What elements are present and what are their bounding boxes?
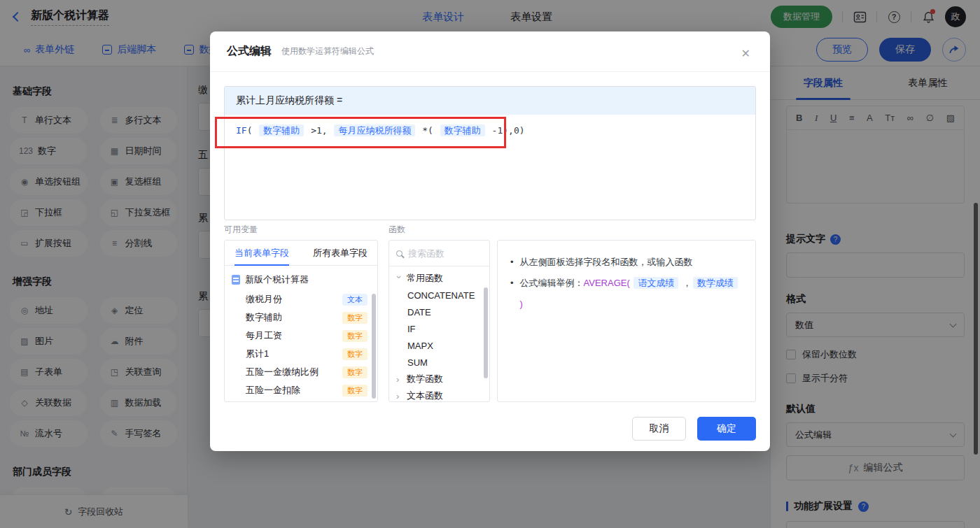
function-group-label: 文本函数 <box>407 390 443 402</box>
form-doc-icon <box>232 275 240 285</box>
formula-target-label: 累计上月应纳税所得额 = <box>225 87 755 115</box>
variable-type-badge: 数字 <box>342 385 368 397</box>
formula-text: *( <box>416 125 438 136</box>
function-item-concatenate[interactable]: CONCATENATE <box>389 287 489 304</box>
formula-text: ( <box>247 125 258 136</box>
scrollbar-thumb[interactable] <box>484 287 488 378</box>
functions-label: 函数 <box>388 224 405 236</box>
function-item-sum[interactable]: SUM <box>389 354 489 371</box>
variable-type-badge: 数字 <box>342 348 368 360</box>
formula-expression[interactable]: IF( 数字辅助 >1, 每月应纳税所得额 *( 数字辅助 -1),0) <box>225 115 755 147</box>
confirm-button[interactable]: 确定 <box>697 417 756 441</box>
function-search-input[interactable] <box>408 248 471 259</box>
formula-text: 公式编辑举例： <box>520 278 584 288</box>
variable-type-badge: 数字 <box>342 330 368 342</box>
variable-name: 缴税月份 <box>246 293 282 306</box>
variables-label: 可用变量 <box>224 224 258 236</box>
field-token: 数学成绩 <box>693 277 738 289</box>
variable-name: 数字辅助 <box>246 311 282 324</box>
variable-row[interactable]: 数字辅助数字 <box>225 308 377 327</box>
tab-all-form-fields[interactable]: 所有表单字段 <box>313 241 368 265</box>
variable-type-badge: 文本 <box>342 294 368 306</box>
function-group-label: 数学函数 <box>407 373 443 385</box>
tip-example: 公式编辑举例：AVERAGE( 语文成绩 ，数学成绩 ) <box>520 273 743 315</box>
formula-input-box: 累计上月应纳税所得额 = IF( 数字辅助 >1, 每月应纳税所得额 *( 数字… <box>224 86 756 220</box>
function-item-date[interactable]: DATE <box>389 304 489 320</box>
variable-type-badge: 数字 <box>342 312 368 324</box>
close-icon[interactable]: ✕ <box>741 47 750 60</box>
variables-tree-root[interactable]: 新版个税计算器 <box>225 269 377 290</box>
field-token: 语文成绩 <box>634 277 678 289</box>
modal-title: 公式编辑 <box>227 44 272 59</box>
formula-text: -1),0) <box>486 125 525 136</box>
variables-panel: 当前表单字段 所有表单字段 新版个税计算器 缴税月份文本数字辅助数字每月工资数字… <box>224 240 378 402</box>
variables-list: 新版个税计算器 缴税月份文本数字辅助数字每月工资数字累计1数字五险一金缴纳比例数… <box>225 266 377 402</box>
variable-row[interactable]: 缴税月份文本 <box>225 290 377 308</box>
cancel-button[interactable]: 取消 <box>632 417 686 441</box>
chevron-right-icon: › <box>396 374 402 385</box>
variable-name: 累计1 <box>246 348 269 360</box>
variables-rows: 缴税月份文本数字辅助数字每月工资数字累计1数字五险一金缴纳比例数字五险一金扣除数… <box>225 290 377 399</box>
function-group-common[interactable]: ›常用函数 <box>389 270 489 287</box>
formula-editor-modal: 公式编辑 使用数学运算符编辑公式 ✕ 累计上月应纳税所得额 = IF( 数字辅助… <box>210 31 770 451</box>
chevron-right-icon: › <box>396 391 402 401</box>
variable-type-badge: 数字 <box>342 366 368 378</box>
modal-header: 公式编辑 使用数学运算符编辑公式 <box>210 31 770 72</box>
function-item-mapx[interactable]: MAPX <box>389 337 489 354</box>
function-search <box>389 241 489 266</box>
variable-name: 五险一金扣除 <box>246 384 300 397</box>
variable-row[interactable]: 五险一金缴纳比例数字 <box>225 363 377 381</box>
function-group[interactable]: ›文本函数 <box>389 387 489 402</box>
variable-name: 每月工资 <box>246 329 282 342</box>
field-token: 数字辅助 <box>259 124 304 136</box>
formula-text: AVERAGE( <box>584 278 633 288</box>
functions-list: ›常用函数CONCATENATEDATEIFMAPXSUM›数学函数›文本函数 <box>389 266 489 398</box>
modal-subtitle: 使用数学运算符编辑公式 <box>281 45 374 57</box>
functions-rows: ›常用函数CONCATENATEDATEIFMAPXSUM›数学函数›文本函数 <box>389 270 489 402</box>
function-group-label: 常用函数 <box>407 272 443 285</box>
formula-text: IF <box>236 125 247 136</box>
variable-row[interactable]: 累计1数字 <box>225 345 377 363</box>
scrollbar-thumb[interactable] <box>372 294 376 399</box>
field-token: 每月应纳税所得额 <box>334 124 415 136</box>
function-item-if[interactable]: IF <box>389 320 489 337</box>
chevron-right-icon: › <box>394 276 405 282</box>
tab-current-form-fields[interactable]: 当前表单字段 <box>234 241 289 265</box>
function-group[interactable]: ›数学函数 <box>389 371 489 387</box>
field-token: 数字辅助 <box>440 124 485 136</box>
formula-text: >1, <box>305 125 332 136</box>
tip-row-1: • 从左侧面板选择字段名和函数，或输入函数 <box>510 252 743 273</box>
variable-row[interactable]: 每月工资数字 <box>225 327 377 345</box>
tip-row-2: • 公式编辑举例：AVERAGE( 语文成绩 ，数学成绩 ) <box>510 273 743 315</box>
search-icon <box>396 250 402 257</box>
variable-name: 五险一金缴纳比例 <box>246 366 318 378</box>
formula-tips-panel: • 从左侧面板选择字段名和函数，或输入函数 • 公式编辑举例：AVERAGE( … <box>497 240 756 402</box>
functions-panel: ›常用函数CONCATENATEDATEIFMAPXSUM›数学函数›文本函数 <box>388 240 490 402</box>
formula-text: ， <box>680 278 692 288</box>
variable-row[interactable]: 五险一金扣除数字 <box>225 381 377 399</box>
